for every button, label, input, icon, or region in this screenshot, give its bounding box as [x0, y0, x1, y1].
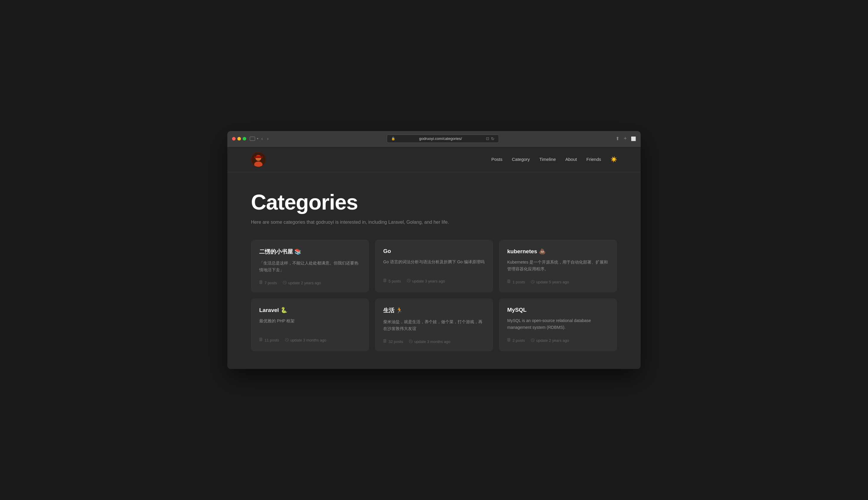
- svg-line-21: [409, 281, 409, 281]
- posts-count-text: 32 posts: [388, 339, 403, 344]
- category-description: Go 语言的词法分析与语法分析及折腾下 Go 编译原理吗: [383, 259, 485, 272]
- category-description: Kubernetes 是一个开源系统，用于自动化部署、扩展和管理容器化应用程序。: [507, 259, 609, 272]
- clock-icon: [409, 339, 413, 344]
- tabs-icon[interactable]: ⬜: [631, 136, 636, 141]
- posts-count-text: 11 posts: [264, 338, 279, 342]
- clock-icon: [407, 279, 411, 283]
- posts-count: 5 posts: [383, 279, 401, 284]
- posts-count-text: 5 posts: [388, 279, 401, 283]
- update-time-text: update 3 years ago: [412, 279, 445, 283]
- category-meta: 11 posts update 3 months ago: [259, 338, 361, 343]
- category-card[interactable]: 生活 🏃 柴米油盐，就是生活，养个娃，做个菜，打个游戏，再在沙发敦伟大友谊 32…: [375, 298, 493, 351]
- nav-posts[interactable]: Posts: [491, 157, 503, 162]
- address-bar: 🔒 godruoyi.com/categories/ ⊡ ↻: [273, 135, 612, 143]
- posts-count: 7 posts: [259, 281, 277, 285]
- browser-window: ▾ ‹ › 🔒 godruoyi.com/categories/ ⊡ ↻ ⬆ +…: [227, 131, 641, 369]
- chevron-down-icon: ▾: [257, 137, 258, 140]
- category-card[interactable]: 二愣的小书屋 📚 「生活总是这样，不能让人处处都满意。但我们还要热情地活下去」 …: [251, 240, 369, 293]
- posts-count-text: 1 posts: [512, 280, 525, 284]
- svg-line-13: [285, 283, 285, 283]
- category-meta: 2 posts update 2 years ago: [507, 338, 609, 343]
- update-time-text: update 3 months ago: [290, 338, 326, 342]
- sidebar-icon[interactable]: [250, 137, 255, 141]
- site-nav: Posts Category Timeline About Friends ☀️: [491, 156, 617, 163]
- category-title: 二愣的小书屋 📚: [259, 248, 361, 255]
- update-time: update 2 years ago: [283, 281, 321, 285]
- category-description: 最优雅的 PHP 框架: [259, 318, 361, 331]
- category-description: MySQL is an open-source relational datab…: [507, 317, 609, 331]
- posts-count: 32 posts: [383, 339, 403, 344]
- category-title: Go: [383, 248, 485, 254]
- update-time-text: update 2 years ago: [536, 338, 569, 343]
- svg-line-53: [533, 340, 533, 341]
- refresh-icon[interactable]: ↻: [491, 136, 495, 141]
- reader-icon: ⊡: [486, 136, 489, 141]
- category-meta: 32 posts update 3 months ago: [383, 339, 485, 344]
- update-time-text: update 5 years ago: [536, 280, 569, 284]
- svg-rect-5: [254, 157, 263, 158]
- category-meta: 7 posts update 2 years ago: [259, 281, 361, 285]
- posts-count-text: 2 posts: [512, 338, 525, 343]
- page-subtitle: Here are some categories that godruoyi i…: [251, 219, 617, 225]
- nav-about[interactable]: About: [565, 157, 577, 162]
- update-time: update 2 years ago: [531, 338, 569, 343]
- back-button[interactable]: ‹: [260, 136, 264, 142]
- category-card[interactable]: kubernetes 💩 Kubernetes 是一个开源系统，用于自动化部署、…: [499, 240, 617, 293]
- category-description: 「生活总是这样，不能让人处处都满意。但我们还要热情地活下去」: [259, 260, 361, 273]
- site-logo[interactable]: [251, 152, 266, 167]
- close-button[interactable]: [232, 137, 236, 140]
- nav-friends[interactable]: Friends: [586, 157, 601, 162]
- page-title: Categories: [251, 190, 617, 214]
- site-content: Posts Category Timeline About Friends ☀️…: [227, 147, 641, 369]
- category-title: kubernetes 💩: [507, 248, 609, 255]
- svg-line-37: [287, 340, 288, 340]
- update-time-text: update 3 months ago: [414, 339, 450, 344]
- category-description: 柴米油盐，就是生活，养个娃，做个菜，打个游戏，再在沙发敦伟大友谊: [383, 318, 485, 332]
- posts-count: 11 posts: [259, 338, 279, 343]
- url-bar[interactable]: 🔒 godruoyi.com/categories/ ⊡ ↻: [387, 135, 499, 143]
- update-time: update 3 months ago: [285, 338, 326, 343]
- category-meta: 5 posts update 3 years ago: [383, 279, 485, 284]
- category-title: 生活 🏃: [383, 307, 485, 314]
- forward-button[interactable]: ›: [266, 136, 270, 142]
- maximize-button[interactable]: [243, 137, 246, 140]
- category-card[interactable]: Go Go 语言的词法分析与语法分析及折腾下 Go 编译原理吗 5 posts: [375, 240, 493, 293]
- minimize-button[interactable]: [237, 137, 241, 140]
- add-tab-icon[interactable]: +: [623, 136, 627, 142]
- posts-count-text: 7 posts: [264, 281, 277, 285]
- update-time: update 3 years ago: [407, 279, 445, 283]
- document-icon: [507, 280, 511, 285]
- clock-icon: [531, 338, 535, 343]
- lock-icon: 🔒: [391, 137, 395, 140]
- update-time: update 5 years ago: [531, 280, 569, 285]
- category-title: Laravel 🐍: [259, 307, 361, 314]
- browser-actions: ⬆ + ⬜: [616, 136, 636, 142]
- browser-chrome: ▾ ‹ › 🔒 godruoyi.com/categories/ ⊡ ↻ ⬆ +…: [227, 131, 641, 147]
- document-icon: [383, 339, 387, 344]
- document-icon: [383, 279, 387, 284]
- traffic-lights: [232, 137, 246, 140]
- share-icon[interactable]: ⬆: [616, 136, 619, 141]
- svg-line-29: [533, 282, 533, 282]
- document-icon: [259, 338, 263, 343]
- category-title: MySQL: [507, 307, 609, 313]
- category-card[interactable]: Laravel 🐍 最优雅的 PHP 框架 11 posts: [251, 298, 369, 351]
- clock-icon: [531, 280, 535, 285]
- browser-controls: ▾ ‹ ›: [250, 136, 270, 142]
- category-card[interactable]: MySQL MySQL is an open-source relational…: [499, 298, 617, 351]
- update-time-text: update 2 years ago: [288, 281, 321, 285]
- document-icon: [259, 281, 263, 285]
- category-meta: 1 posts update 5 years ago: [507, 280, 609, 285]
- clock-icon: [285, 338, 289, 343]
- nav-timeline[interactable]: Timeline: [539, 157, 556, 162]
- logo-image: [251, 152, 266, 167]
- clock-icon: [283, 281, 287, 285]
- document-icon: [507, 338, 511, 343]
- url-text: godruoyi.com/categories/: [397, 136, 484, 141]
- nav-category[interactable]: Category: [512, 157, 530, 162]
- theme-toggle-button[interactable]: ☀️: [610, 156, 617, 163]
- site-header: Posts Category Timeline About Friends ☀️: [227, 147, 641, 172]
- update-time: update 3 months ago: [409, 339, 450, 344]
- categories-grid: 二愣的小书屋 📚 「生活总是这样，不能让人处处都满意。但我们还要热情地活下去」 …: [251, 240, 617, 351]
- svg-line-45: [411, 341, 412, 342]
